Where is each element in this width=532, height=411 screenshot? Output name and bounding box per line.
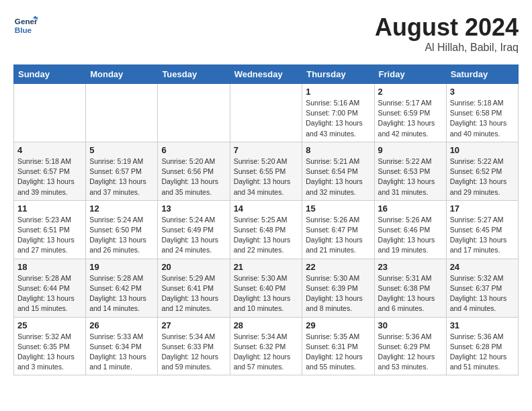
day-detail: Sunrise: 5:21 AM Sunset: 6:54 PM Dayligh… bbox=[306, 156, 370, 197]
day-number: 2 bbox=[378, 87, 443, 97]
calendar-cell: 18Sunrise: 5:28 AM Sunset: 6:44 PM Dayli… bbox=[14, 259, 86, 317]
calendar-cell: 30Sunrise: 5:36 AM Sunset: 6:29 PM Dayli… bbox=[374, 317, 446, 375]
title-block: August 2024 Al Hillah, Babil, Iraq bbox=[375, 13, 519, 54]
day-number: 12 bbox=[89, 203, 154, 214]
page-header: General Blue August 2024 Al Hillah, Babi… bbox=[13, 13, 519, 54]
calendar-cell: 24Sunrise: 5:32 AM Sunset: 6:37 PM Dayli… bbox=[446, 259, 518, 317]
calendar-cell: 7Sunrise: 5:20 AM Sunset: 6:55 PM Daylig… bbox=[230, 142, 302, 200]
day-detail: Sunrise: 5:18 AM Sunset: 6:58 PM Dayligh… bbox=[450, 98, 515, 139]
calendar-cell: 5Sunrise: 5:19 AM Sunset: 6:57 PM Daylig… bbox=[86, 142, 158, 200]
logo: General Blue bbox=[13, 13, 38, 38]
day-detail: Sunrise: 5:34 AM Sunset: 6:32 PM Dayligh… bbox=[234, 332, 299, 373]
calendar-cell bbox=[158, 84, 230, 142]
logo-icon: General Blue bbox=[13, 13, 38, 38]
day-number: 5 bbox=[89, 145, 154, 155]
day-number: 10 bbox=[450, 145, 515, 155]
day-number: 1 bbox=[306, 87, 370, 97]
weekday-header: Tuesday bbox=[158, 65, 230, 84]
calendar-cell: 25Sunrise: 5:32 AM Sunset: 6:35 PM Dayli… bbox=[14, 317, 86, 375]
weekday-header: Saturday bbox=[446, 65, 518, 84]
day-detail: Sunrise: 5:28 AM Sunset: 6:44 PM Dayligh… bbox=[17, 273, 82, 314]
weekday-header: Thursday bbox=[302, 65, 374, 84]
day-detail: Sunrise: 5:25 AM Sunset: 6:48 PM Dayligh… bbox=[234, 215, 299, 256]
day-detail: Sunrise: 5:18 AM Sunset: 6:57 PM Dayligh… bbox=[17, 156, 82, 197]
calendar-cell: 27Sunrise: 5:34 AM Sunset: 6:33 PM Dayli… bbox=[158, 317, 230, 375]
svg-text:Blue: Blue bbox=[15, 26, 32, 34]
day-detail: Sunrise: 5:33 AM Sunset: 6:34 PM Dayligh… bbox=[89, 332, 154, 373]
day-number: 26 bbox=[89, 320, 154, 330]
day-detail: Sunrise: 5:36 AM Sunset: 6:28 PM Dayligh… bbox=[450, 332, 515, 373]
day-number: 3 bbox=[450, 87, 515, 97]
calendar-week-row: 18Sunrise: 5:28 AM Sunset: 6:44 PM Dayli… bbox=[14, 259, 519, 317]
day-number: 6 bbox=[161, 145, 226, 155]
day-detail: Sunrise: 5:16 AM Sunset: 7:00 PM Dayligh… bbox=[306, 98, 370, 139]
calendar-cell: 16Sunrise: 5:26 AM Sunset: 6:46 PM Dayli… bbox=[374, 200, 446, 259]
day-number: 19 bbox=[89, 262, 154, 272]
calendar-week-row: 11Sunrise: 5:23 AM Sunset: 6:51 PM Dayli… bbox=[14, 200, 519, 259]
day-detail: Sunrise: 5:26 AM Sunset: 6:46 PM Dayligh… bbox=[378, 215, 443, 256]
calendar-cell: 4Sunrise: 5:18 AM Sunset: 6:57 PM Daylig… bbox=[14, 142, 86, 200]
day-number: 28 bbox=[234, 320, 299, 330]
calendar-cell: 26Sunrise: 5:33 AM Sunset: 6:34 PM Dayli… bbox=[86, 317, 158, 375]
calendar-cell: 6Sunrise: 5:20 AM Sunset: 6:56 PM Daylig… bbox=[158, 142, 230, 200]
calendar-cell: 29Sunrise: 5:35 AM Sunset: 6:31 PM Dayli… bbox=[302, 317, 374, 375]
day-detail: Sunrise: 5:22 AM Sunset: 6:53 PM Dayligh… bbox=[378, 156, 443, 197]
calendar-cell: 11Sunrise: 5:23 AM Sunset: 6:51 PM Dayli… bbox=[14, 200, 86, 259]
weekday-header: Monday bbox=[86, 65, 158, 84]
calendar-cell: 28Sunrise: 5:34 AM Sunset: 6:32 PM Dayli… bbox=[230, 317, 302, 375]
day-detail: Sunrise: 5:19 AM Sunset: 6:57 PM Dayligh… bbox=[89, 156, 154, 197]
calendar-cell: 20Sunrise: 5:29 AM Sunset: 6:41 PM Dayli… bbox=[158, 259, 230, 317]
weekday-header-row: SundayMondayTuesdayWednesdayThursdayFrid… bbox=[14, 65, 519, 84]
day-detail: Sunrise: 5:17 AM Sunset: 6:59 PM Dayligh… bbox=[378, 98, 443, 139]
day-detail: Sunrise: 5:22 AM Sunset: 6:52 PM Dayligh… bbox=[450, 156, 515, 197]
day-number: 16 bbox=[378, 203, 443, 214]
day-detail: Sunrise: 5:35 AM Sunset: 6:31 PM Dayligh… bbox=[306, 332, 370, 373]
day-detail: Sunrise: 5:27 AM Sunset: 6:45 PM Dayligh… bbox=[450, 215, 515, 256]
calendar-cell: 1Sunrise: 5:16 AM Sunset: 7:00 PM Daylig… bbox=[302, 84, 374, 142]
calendar-cell: 8Sunrise: 5:21 AM Sunset: 6:54 PM Daylig… bbox=[302, 142, 374, 200]
calendar-cell: 17Sunrise: 5:27 AM Sunset: 6:45 PM Dayli… bbox=[446, 200, 518, 259]
day-detail: Sunrise: 5:32 AM Sunset: 6:35 PM Dayligh… bbox=[17, 332, 82, 373]
day-number: 7 bbox=[234, 145, 299, 155]
day-number: 22 bbox=[306, 262, 370, 272]
calendar-cell: 15Sunrise: 5:26 AM Sunset: 6:47 PM Dayli… bbox=[302, 200, 374, 259]
calendar-cell: 10Sunrise: 5:22 AM Sunset: 6:52 PM Dayli… bbox=[446, 142, 518, 200]
day-detail: Sunrise: 5:28 AM Sunset: 6:42 PM Dayligh… bbox=[89, 273, 154, 314]
day-number: 25 bbox=[17, 320, 82, 330]
location-subtitle: Al Hillah, Babil, Iraq bbox=[375, 42, 519, 54]
day-detail: Sunrise: 5:23 AM Sunset: 6:51 PM Dayligh… bbox=[17, 215, 82, 256]
day-number: 24 bbox=[450, 262, 515, 272]
day-number: 27 bbox=[161, 320, 226, 330]
calendar-cell: 2Sunrise: 5:17 AM Sunset: 6:59 PM Daylig… bbox=[374, 84, 446, 142]
calendar-cell: 12Sunrise: 5:24 AM Sunset: 6:50 PM Dayli… bbox=[86, 200, 158, 259]
day-detail: Sunrise: 5:20 AM Sunset: 6:55 PM Dayligh… bbox=[234, 156, 299, 197]
day-number: 17 bbox=[450, 203, 515, 214]
day-detail: Sunrise: 5:24 AM Sunset: 6:50 PM Dayligh… bbox=[89, 215, 154, 256]
weekday-header: Wednesday bbox=[230, 65, 302, 84]
day-number: 11 bbox=[17, 203, 82, 214]
day-number: 8 bbox=[306, 145, 370, 155]
day-number: 20 bbox=[161, 262, 226, 272]
day-detail: Sunrise: 5:31 AM Sunset: 6:38 PM Dayligh… bbox=[378, 273, 443, 314]
day-detail: Sunrise: 5:30 AM Sunset: 6:40 PM Dayligh… bbox=[234, 273, 299, 314]
day-detail: Sunrise: 5:36 AM Sunset: 6:29 PM Dayligh… bbox=[378, 332, 443, 373]
calendar-week-row: 25Sunrise: 5:32 AM Sunset: 6:35 PM Dayli… bbox=[14, 317, 519, 375]
day-number: 23 bbox=[378, 262, 443, 272]
day-number: 14 bbox=[234, 203, 299, 214]
day-number: 13 bbox=[161, 203, 226, 214]
day-detail: Sunrise: 5:24 AM Sunset: 6:49 PM Dayligh… bbox=[161, 215, 226, 256]
calendar-cell: 21Sunrise: 5:30 AM Sunset: 6:40 PM Dayli… bbox=[230, 259, 302, 317]
calendar-cell: 14Sunrise: 5:25 AM Sunset: 6:48 PM Dayli… bbox=[230, 200, 302, 259]
calendar-cell: 13Sunrise: 5:24 AM Sunset: 6:49 PM Dayli… bbox=[158, 200, 230, 259]
weekday-header: Friday bbox=[374, 65, 446, 84]
day-number: 4 bbox=[17, 145, 82, 155]
calendar-table: SundayMondayTuesdayWednesdayThursdayFrid… bbox=[13, 64, 519, 375]
day-number: 15 bbox=[306, 203, 370, 214]
day-detail: Sunrise: 5:26 AM Sunset: 6:47 PM Dayligh… bbox=[306, 215, 370, 256]
day-detail: Sunrise: 5:30 AM Sunset: 6:39 PM Dayligh… bbox=[306, 273, 370, 314]
calendar-week-row: 1Sunrise: 5:16 AM Sunset: 7:00 PM Daylig… bbox=[14, 84, 519, 142]
day-detail: Sunrise: 5:34 AM Sunset: 6:33 PM Dayligh… bbox=[161, 332, 226, 373]
day-number: 9 bbox=[378, 145, 443, 155]
calendar-cell: 3Sunrise: 5:18 AM Sunset: 6:58 PM Daylig… bbox=[446, 84, 518, 142]
calendar-cell: 23Sunrise: 5:31 AM Sunset: 6:38 PM Dayli… bbox=[374, 259, 446, 317]
